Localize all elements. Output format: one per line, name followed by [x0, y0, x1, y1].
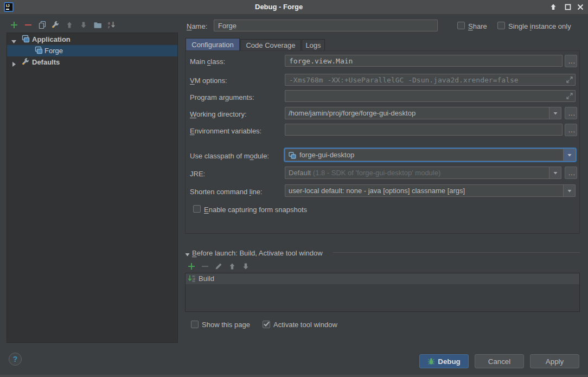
tab-code-coverage[interactable]: Code Coverage — [240, 39, 301, 51]
name-input[interactable] — [214, 20, 438, 31]
environment-variables-input[interactable] — [285, 124, 563, 136]
activate-tool-window-checkbox[interactable] — [263, 321, 270, 328]
working-directory-combo[interactable]: /home/jamin/proj/forge/forge-gui-desktop — [285, 107, 561, 119]
chevron-down-icon[interactable] — [563, 149, 575, 161]
jre-label: JRE: — [190, 169, 205, 179]
debug-button[interactable]: Debug — [419, 354, 469, 368]
shorten-command-line-label: Shorten command line: — [190, 187, 263, 197]
vm-options-input[interactable] — [285, 74, 576, 86]
tree-item-application[interactable]: Application — [7, 34, 177, 45]
shorten-command-line-combo[interactable]: user-local default: none - java [options… — [285, 184, 576, 197]
tab-configuration[interactable]: Configuration — [186, 38, 240, 51]
jre-browse-button[interactable]: ... — [565, 167, 577, 179]
move-up-icon[interactable] — [65, 21, 74, 29]
jre-combo[interactable]: Default (1.8 - SDK of 'forge-gui-desktop… — [285, 167, 561, 179]
shorten-command-line-value: user-local default: none - java [options… — [285, 187, 563, 195]
window-bottom-border — [0, 375, 588, 377]
rollup-icon[interactable] — [549, 3, 558, 11]
window-title: Debug - Forge — [255, 3, 303, 11]
bug-icon — [427, 356, 435, 369]
section-separator — [333, 252, 580, 253]
sort-alphabetically-icon[interactable]: az — [107, 21, 116, 29]
chevron-down-icon[interactable] — [549, 167, 561, 178]
edit-defaults-wrench-icon[interactable] — [51, 21, 60, 29]
classpath-module-label: Use classpath of module: — [190, 151, 269, 161]
share-checkbox[interactable] — [457, 22, 465, 29]
capture-snapshots-checkbox[interactable] — [193, 205, 201, 213]
intellij-logo-underscore — [6, 9, 9, 10]
apply-button[interactable]: Apply — [530, 354, 579, 368]
before-launch-task-list: 011001 Build — [185, 273, 580, 312]
module-icon — [285, 151, 296, 159]
add-icon[interactable] — [187, 262, 196, 271]
chevron-down-icon[interactable] — [563, 185, 575, 196]
single-instance-checkbox[interactable] — [497, 22, 505, 29]
chevron-down-icon[interactable] — [549, 107, 561, 119]
environment-variables-browse-button[interactable]: ... — [565, 124, 577, 136]
cancel-button[interactable]: Cancel — [475, 354, 524, 368]
before-launch-title[interactable]: Before launch: Build, Activate tool wind… — [192, 248, 323, 258]
move-down-icon[interactable] — [241, 262, 250, 271]
tree-item-label: Forge — [44, 45, 63, 56]
single-instance-label[interactable]: Single instance only — [508, 22, 571, 31]
intellij-logo-text: IJ — [6, 3, 10, 8]
application-icon — [21, 35, 30, 43]
tree-item-label: Defaults — [32, 56, 60, 68]
before-launch-task-build[interactable]: 011001 Build — [186, 273, 579, 284]
expand-field-icon[interactable] — [566, 92, 573, 100]
show-this-page-label[interactable]: Show this page — [202, 320, 250, 330]
expand-field-icon[interactable] — [566, 76, 573, 84]
main-class-input[interactable] — [285, 55, 563, 67]
new-folder-icon[interactable] — [93, 21, 102, 29]
jre-value-main: Default — [289, 169, 311, 177]
help-button[interactable]: ? — [9, 353, 22, 366]
tree-item-defaults[interactable]: Defaults — [7, 56, 177, 68]
svg-text:01: 01 — [193, 280, 196, 283]
name-label: Name: — [187, 22, 207, 31]
chevron-right-icon[interactable] — [11, 59, 17, 65]
title-bar[interactable]: IJ Debug - Forge — [0, 0, 588, 15]
close-icon[interactable] — [576, 3, 585, 11]
run-configurations-tree: Application Forge Defaults — [7, 33, 178, 343]
main-class-browse-button[interactable]: ... — [565, 55, 577, 67]
vm-options-label: VM options: — [190, 76, 227, 86]
maximize-icon[interactable] — [564, 3, 572, 11]
program-arguments-label: Program arguments: — [190, 93, 254, 103]
build-icon: 011001 — [188, 274, 196, 283]
jre-value: Default (1.8 - SDK of 'forge-gui-desktop… — [285, 169, 549, 177]
svg-text:z: z — [108, 25, 110, 29]
working-directory-label: Working directory: — [190, 110, 247, 119]
program-arguments-input[interactable] — [285, 90, 576, 102]
share-label[interactable]: Share — [468, 22, 487, 31]
tab-logs[interactable]: Logs — [302, 39, 325, 51]
remove-icon[interactable] — [24, 21, 33, 29]
jre-value-hint: (1.8 - SDK of 'forge-gui-desktop' module… — [313, 169, 440, 177]
working-directory-browse-button[interactable]: ... — [565, 107, 577, 119]
classpath-module-combo[interactable]: forge-gui-desktop — [285, 149, 576, 161]
move-down-icon[interactable] — [79, 21, 88, 29]
edit-pencil-icon[interactable] — [214, 262, 223, 271]
add-icon[interactable] — [10, 21, 18, 29]
capture-snapshots-label[interactable]: Enable capturing form snapshots — [204, 205, 307, 215]
chevron-down-icon[interactable] — [11, 36, 17, 42]
before-launch-task-label: Build — [199, 273, 214, 284]
classpath-module-value: forge-gui-desktop — [296, 151, 563, 159]
environment-variables-label: Environment variables: — [190, 126, 261, 136]
intellij-logo-icon: IJ — [4, 2, 14, 12]
tree-item-forge[interactable]: Forge — [7, 45, 177, 56]
copy-icon[interactable] — [38, 21, 47, 29]
debug-button-label: Debug — [438, 357, 460, 366]
collapse-section-icon[interactable] — [185, 251, 190, 255]
move-up-icon[interactable] — [228, 262, 237, 271]
working-directory-value: /home/jamin/proj/forge/forge-gui-desktop — [285, 109, 549, 117]
remove-icon[interactable] — [201, 262, 209, 271]
svg-text:a: a — [108, 21, 110, 25]
tree-item-label: Application — [32, 34, 71, 45]
defaults-wrench-icon — [21, 57, 30, 66]
main-class-label: Main class: — [190, 57, 225, 67]
activate-tool-window-label[interactable]: Activate tool window — [273, 320, 337, 330]
show-this-page-checkbox[interactable] — [191, 321, 199, 328]
application-icon — [34, 46, 43, 55]
